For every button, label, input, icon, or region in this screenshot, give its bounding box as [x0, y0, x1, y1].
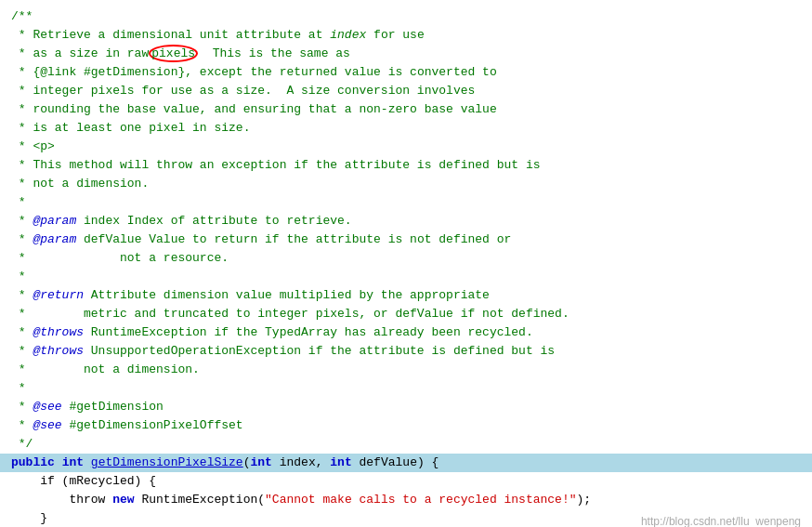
highlight-pixels: pixels: [149, 45, 198, 62]
code-throw: throw: [11, 491, 112, 509]
code-text: }: [11, 509, 47, 527]
code-line-12: * @param index Index of attribute to ret…: [0, 212, 812, 231]
method-name: getDimensionPixelSize: [91, 454, 243, 472]
comment-text: */: [11, 435, 33, 454]
code-line-8: * <p>: [0, 138, 812, 156]
keyword-int3: int: [330, 454, 351, 472]
code-line-7: * is at least one pixel in size.: [0, 119, 812, 138]
comment-text: * <p>: [11, 138, 55, 156]
comment-text: * @see #getDimension: [11, 398, 164, 416]
code-line-27: throw new RuntimeException("Cannot make …: [0, 491, 812, 509]
code-line-3: * as a size in rawpixels This is the sam…: [0, 45, 812, 63]
code-line-17: * metric and truncated to integer pixels…: [0, 305, 812, 323]
comment-text: * @param defValue Value to return if the…: [11, 231, 511, 249]
code-line-26: if (mRecycled) {: [0, 472, 812, 491]
comment-text: * not a dimension.: [11, 175, 149, 193]
code-line-6: * rounding the base value, and ensuring …: [0, 100, 812, 119]
comment-text: * This method will throw an exception if…: [11, 156, 541, 175]
code-line-22: * @see #getDimension: [0, 398, 812, 416]
param-index: index,: [272, 454, 330, 472]
code-line-4: * {@link #getDimension}, except the retu…: [0, 63, 812, 82]
keyword-new: new: [112, 491, 134, 509]
comment-text: * not a dimension.: [11, 361, 200, 379]
code-line-15: *: [0, 268, 812, 286]
code-text: if (mRecycled) {: [11, 472, 156, 491]
comment-text: * not a resource.: [11, 249, 229, 268]
comment-text: /**: [11, 7, 33, 26]
comment-text: * @throws UnsupportedOperationException …: [11, 342, 555, 361]
params: (: [243, 454, 251, 472]
code-line-23: * @see #getDimensionPixelOffset: [0, 416, 812, 435]
code-line-13: * @param defValue Value to return if the…: [0, 231, 812, 249]
code-line-25: public int getDimensionPixelSize(int ind…: [0, 454, 812, 472]
keyword-int2: int: [250, 454, 271, 472]
code-line-10: * not a dimension.: [0, 175, 812, 193]
comment-text: * as a size in rawpixels This is the sam…: [11, 45, 350, 63]
code-container: /** * Retrieve a dimensional unit attrib…: [0, 0, 812, 527]
code-line-1: /**: [0, 7, 812, 26]
comment-text: * Retrieve a dimensional unit attribute …: [11, 26, 425, 45]
space: [55, 454, 62, 472]
comment-text: * metric and truncated to integer pixels…: [11, 305, 570, 323]
comment-text: * {@link #getDimension}, except the retu…: [11, 63, 497, 82]
comment-text: *: [11, 193, 26, 212]
code-line-24: */: [0, 435, 812, 454]
string-literal: "Cannot make calls to a recycled instanc…: [265, 491, 576, 509]
comment-text: * is at least one pixel in size.: [11, 119, 250, 138]
comment-text: * @return Attribute dimension value mult…: [11, 286, 490, 305]
comment-text: * integer pixels for use as a size. A si…: [11, 82, 475, 100]
comment-text: * rounding the base value, and ensuring …: [11, 100, 497, 119]
code-close: );: [577, 491, 592, 509]
keyword-int: int: [62, 454, 84, 472]
code-line-9: * This method will throw an exception if…: [0, 156, 812, 175]
code-line-11: *: [0, 193, 812, 212]
code-line-18: * @throws RuntimeException if the TypedA…: [0, 323, 812, 342]
code-line-21: *: [0, 379, 812, 398]
comment-text: * @see #getDimensionPixelOffset: [11, 416, 243, 435]
code-line-14: * not a resource.: [0, 249, 812, 268]
code-line-2: * Retrieve a dimensional unit attribute …: [0, 26, 812, 45]
keyword-public: public: [11, 454, 55, 472]
code-runtime: RuntimeException(: [135, 491, 265, 509]
comment-text: * @throws RuntimeException if the TypedA…: [11, 323, 533, 342]
code-line-5: * integer pixels for use as a size. A si…: [0, 82, 812, 100]
watermark: http://blog.csdn.net/llu_wenpeng: [641, 515, 801, 527]
code-line-16: * @return Attribute dimension value mult…: [0, 286, 812, 305]
comment-text: *: [11, 379, 26, 398]
code-line-20: * not a dimension.: [0, 361, 812, 379]
param-defvalue: defValue) {: [352, 454, 439, 472]
space: [84, 454, 91, 472]
code-line-19: * @throws UnsupportedOperationException …: [0, 342, 812, 361]
comment-text: * @param index Index of attribute to ret…: [11, 212, 352, 231]
comment-text: *: [11, 268, 26, 286]
